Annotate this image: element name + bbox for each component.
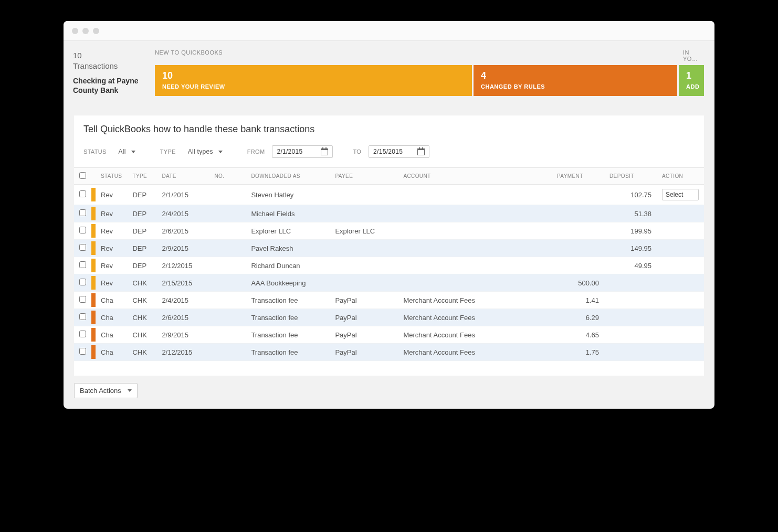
col-payment[interactable]: PAYMENT [552,168,604,185]
filter-to-date[interactable]: 2/15/2015 [369,145,429,158]
row-checkbox[interactable] [79,261,86,268]
filter-status-value: All [119,148,126,155]
cell-action: Select [657,185,704,205]
status-color-bar [91,328,96,342]
cell-payment [552,185,604,205]
cell-payee: PayPal [330,326,398,344]
col-deposit[interactable]: DEPOSIT [604,168,657,185]
window-zoom-icon[interactable] [93,28,99,34]
cell-date: 2/1/2015 [156,185,209,205]
table-row[interactable]: ChaCHK2/4/2015Transaction feePayPalMerch… [74,292,704,309]
tab-rules-label: CHANGED BY RULES [481,83,670,90]
cell-payment: 500.00 [552,274,604,292]
transaction-count: 10 Transactions [73,50,141,71]
cell-deposit [604,292,657,309]
cell-payee [330,185,398,205]
table-row[interactable]: RevDEP2/1/2015Steven Hatley102.75Select [74,185,704,205]
cell-action [657,309,704,326]
tab-changed-by-rules[interactable]: 4 CHANGED BY RULES [474,65,677,96]
tab-need-review[interactable]: 10 NEED YOUR REVIEW [155,65,472,96]
cell-downloaded-as: Richard Duncan [246,257,330,274]
cell-downloaded-as: Michael Fields [246,205,330,222]
col-account[interactable]: ACCOUNT [398,168,552,185]
cell-action [657,257,704,274]
cell-status: Cha [96,344,127,361]
cell-type: DEP [127,205,156,222]
window-titlebar [64,21,714,41]
cell-status: Rev [96,240,127,257]
table-row[interactable]: RevDEP2/4/2015Michael Fields51.38 [74,205,704,222]
table-row[interactable]: RevDEP2/9/2015Pavel Rakesh149.95 [74,240,704,257]
row-checkbox[interactable] [79,279,86,285]
cell-date: 2/12/2015 [156,257,209,274]
filter-type-select[interactable]: All types [183,145,227,158]
cell-deposit: 49.95 [604,257,657,274]
cell-deposit: 199.95 [604,222,657,240]
filter-from-value: 2/1/2015 [277,148,302,155]
col-action: ACTION [657,168,704,185]
batch-actions-dropdown[interactable]: Batch Actions [74,383,138,398]
row-checkbox[interactable] [79,190,86,197]
account-summary: 10 Transactions Checking at Payne County… [73,49,141,96]
cell-account: Merchant Account Fees [398,309,552,326]
filter-status-select[interactable]: All [114,145,140,158]
col-type[interactable]: TYPE [127,168,156,185]
table-row[interactable]: ChaCHK2/6/2015Transaction feePayPalMerch… [74,309,704,326]
col-downloaded-as[interactable]: DOWNLOADED AS [246,168,330,185]
cell-deposit [604,274,657,292]
cell-no [209,240,246,257]
cell-payee: PayPal [330,292,398,309]
tab-add[interactable]: 1 ADD [679,65,704,96]
filter-from-date[interactable]: 2/1/2015 [272,145,333,158]
calendar-icon [417,148,425,155]
col-no[interactable]: NO. [209,168,246,185]
cell-date: 2/6/2015 [156,309,209,326]
status-color-bar [91,293,96,307]
row-action-select[interactable]: Select [662,189,699,200]
row-checkbox[interactable] [79,227,86,233]
row-checkbox[interactable] [79,331,86,337]
table-row[interactable]: RevDEP2/6/2015Explorer LLCExplorer LLC19… [74,222,704,240]
status-color-bar [91,224,96,238]
table-row[interactable]: RevCHK2/15/2015AAA Bookkeeping500.00 [74,274,704,292]
col-date[interactable]: DATE [156,168,209,185]
cell-date: 2/15/2015 [156,274,209,292]
cell-payment: 1.41 [552,292,604,309]
status-color-bar [91,207,96,220]
batch-actions-label: Batch Actions [80,387,121,395]
table-row[interactable]: ChaCHK2/9/2015Transaction feePayPalMerch… [74,326,704,344]
cell-payment: 4.65 [552,326,604,344]
window-minimize-icon[interactable] [82,28,89,34]
select-all-checkbox[interactable] [79,172,86,179]
col-payee[interactable]: PAYEE [330,168,398,185]
row-checkbox[interactable] [79,313,86,320]
col-status[interactable]: STATUS [96,168,127,185]
cell-payee: PayPal [330,309,398,326]
cell-date: 2/9/2015 [156,240,209,257]
cell-type: CHK [127,292,156,309]
cell-payment: 6.29 [552,309,604,326]
cell-account [398,205,552,222]
cell-date: 2/6/2015 [156,222,209,240]
row-checkbox[interactable] [79,348,86,355]
cell-payment: 1.75 [552,344,604,361]
cell-no [209,292,246,309]
filter-type-label: TYPE [160,148,176,155]
cell-status: Cha [96,292,127,309]
window-close-icon[interactable] [72,28,78,34]
row-checkbox[interactable] [79,209,86,216]
status-color-bar [91,241,96,255]
cell-no [209,344,246,361]
cell-downloaded-as: Pavel Rakesh [246,240,330,257]
table-row[interactable]: RevDEP2/12/2015Richard Duncan49.95 [74,257,704,274]
instruction-text: Tell QuickBooks how to handle these bank… [74,115,704,145]
row-checkbox[interactable] [79,296,86,303]
cell-deposit [604,309,657,326]
row-checkbox[interactable] [79,244,86,251]
tab-need-review-label: NEED YOUR REVIEW [162,83,465,90]
cell-downloaded-as: Transaction fee [246,309,330,326]
cell-type: DEP [127,222,156,240]
cell-status: Rev [96,205,127,222]
table-row[interactable]: ChaCHK2/12/2015Transaction feePayPalMerc… [74,344,704,361]
cell-type: CHK [127,274,156,292]
